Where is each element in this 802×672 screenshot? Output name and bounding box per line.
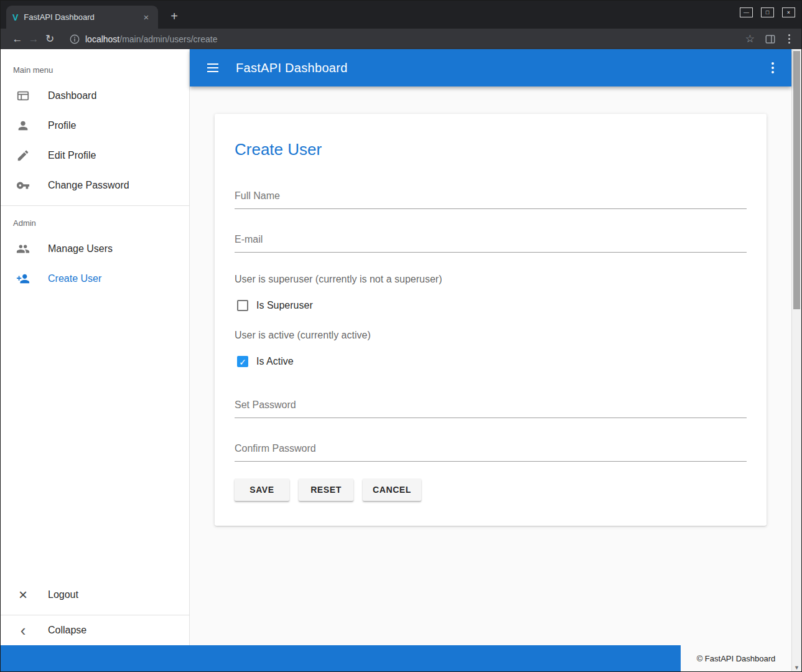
copyright-text: © FastAPI Dashboard <box>681 645 791 671</box>
vuetify-favicon-icon: V <box>12 12 18 22</box>
scroll-down-icon[interactable]: ▼ <box>792 665 801 671</box>
email-field <box>235 230 747 253</box>
window-close-button[interactable]: × <box>782 7 795 17</box>
sidebar-item-logout[interactable]: × Logout <box>1 580 189 610</box>
sidebar-item-edit-profile[interactable]: Edit Profile <box>1 141 189 170</box>
set-password-input[interactable] <box>235 396 747 418</box>
menu-section-label-main: Main menu <box>1 49 189 81</box>
sidebar-item-label: Change Password <box>48 180 129 191</box>
app-footer: © FastAPI Dashboard <box>1 645 791 671</box>
person-add-icon <box>16 271 30 286</box>
scrollbar-thumb[interactable] <box>793 51 800 309</box>
tab-close-icon[interactable]: × <box>141 12 152 23</box>
sidebar-item-change-password[interactable]: Change Password <box>1 170 189 200</box>
sidebar-item-label: Create User <box>48 273 101 284</box>
forward-button[interactable]: → <box>26 33 42 45</box>
browser-toolbar: ← → ↻ localhost/main/admin/users/create … <box>1 29 801 49</box>
appbar-title: FastAPI Dashboard <box>236 61 348 75</box>
hamburger-menu-icon[interactable] <box>203 60 222 76</box>
page-area: Main menu Dashboard <box>1 49 801 671</box>
url-host: localhost <box>85 34 119 44</box>
person-icon <box>16 118 30 133</box>
browser-window: V FastAPI Dashboard × + — □ × ← → ↻ loca… <box>0 0 802 672</box>
sidebar-item-dashboard[interactable]: Dashboard <box>1 81 189 111</box>
active-hint: User is active (currently active) <box>235 330 747 341</box>
browser-tab[interactable]: V FastAPI Dashboard × <box>6 6 158 29</box>
appbar-kebab-icon[interactable] <box>768 58 778 77</box>
new-tab-button[interactable]: + <box>166 8 183 26</box>
is-active-label: Is Active <box>256 356 294 367</box>
people-icon <box>16 241 30 256</box>
key-icon <box>16 178 30 193</box>
menu-section-label-admin: Admin <box>1 211 189 234</box>
confirm-password-input[interactable] <box>235 439 747 462</box>
logout-icon: × <box>16 587 30 602</box>
minimize-button[interactable]: — <box>740 7 753 17</box>
create-user-card: Create User User is superuser (currently… <box>215 114 767 526</box>
sidebar-item-manage-users[interactable]: Manage Users <box>1 234 189 264</box>
superuser-hint: User is superuser (currently is not a su… <box>235 274 747 285</box>
sidebar-divider <box>1 205 189 206</box>
sidebar: Main menu Dashboard <box>1 49 190 645</box>
confirm-password-field <box>235 439 747 462</box>
app-region: Main menu Dashboard <box>1 49 791 671</box>
app-bar: FastAPI Dashboard <box>190 49 791 86</box>
url-path: /main/admin/users/create <box>119 34 217 44</box>
is-active-checkbox[interactable]: ✓ <box>237 356 248 367</box>
scrollbar[interactable]: ▼ <box>791 49 801 671</box>
sidebar-item-label: Collapse <box>48 625 86 636</box>
save-button[interactable]: SAVE <box>235 478 289 501</box>
reset-button[interactable]: RESET <box>299 478 353 501</box>
sidebar-item-collapse[interactable]: ‹ Collapse <box>1 615 189 645</box>
set-password-field <box>235 396 747 418</box>
sidebar-item-label: Dashboard <box>48 90 96 101</box>
browser-menu-icon[interactable] <box>786 32 793 46</box>
bookmark-star-icon[interactable]: ☆ <box>745 32 755 45</box>
sidebar-item-label: Manage Users <box>48 243 113 254</box>
dashboard-icon <box>16 88 30 103</box>
full-name-input[interactable] <box>235 187 747 209</box>
side-panel-icon[interactable] <box>765 34 776 45</box>
page-content: Create User User is superuser (currently… <box>190 86 791 645</box>
is-superuser-checkbox[interactable] <box>237 300 248 311</box>
browser-titlebar: V FastAPI Dashboard × + — □ × <box>1 1 801 29</box>
pencil-icon <box>16 148 30 163</box>
card-title: Create User <box>235 140 747 159</box>
body-row: Main menu Dashboard <box>1 49 791 645</box>
site-info-icon[interactable] <box>68 32 82 46</box>
full-name-field <box>235 187 747 209</box>
maximize-button[interactable]: □ <box>761 7 774 17</box>
address-url[interactable]: localhost/main/admin/users/create <box>85 34 217 44</box>
is-superuser-label: Is Superuser <box>256 300 313 311</box>
reload-button[interactable]: ↻ <box>42 32 58 45</box>
back-button[interactable]: ← <box>9 33 26 45</box>
tab-title: FastAPI Dashboard <box>24 12 141 22</box>
is-active-row[interactable]: ✓ Is Active <box>237 356 747 367</box>
form-buttons: SAVE RESET CANCEL <box>235 478 747 501</box>
is-superuser-row[interactable]: Is Superuser <box>237 300 747 311</box>
sidebar-item-label: Edit Profile <box>48 150 96 161</box>
email-input[interactable] <box>235 230 747 253</box>
sidebar-item-profile[interactable]: Profile <box>1 111 189 141</box>
main-column: FastAPI Dashboard Create User <box>190 49 791 645</box>
chevron-left-icon: ‹ <box>16 623 30 638</box>
sidebar-item-label: Profile <box>48 120 76 131</box>
sidebar-spacer <box>1 294 189 580</box>
window-controls: — □ × <box>740 7 801 17</box>
toolbar-right: ☆ <box>745 32 793 46</box>
sidebar-item-create-user[interactable]: Create User <box>1 264 189 294</box>
cancel-button[interactable]: CANCEL <box>363 478 421 501</box>
sidebar-item-label: Logout <box>48 589 78 600</box>
